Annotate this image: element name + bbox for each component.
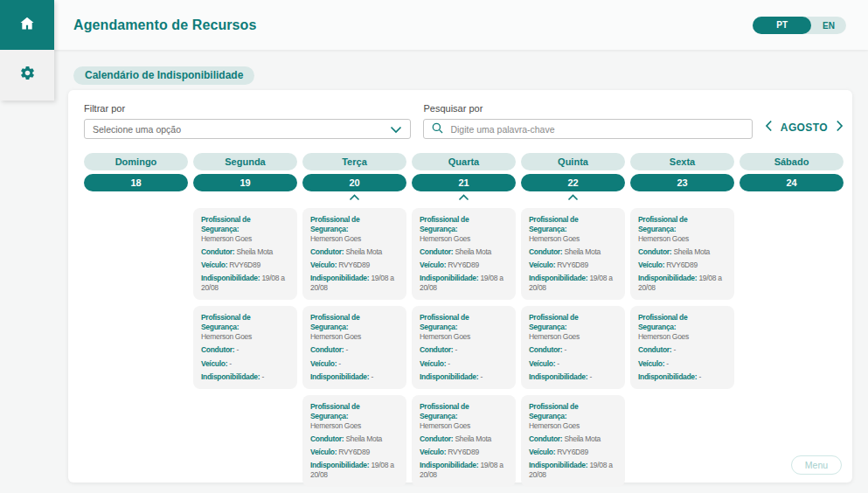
schedule-card[interactable]: Profissional de Segurança:Hemerson GoesC… bbox=[193, 208, 297, 300]
card-field-value: RVY6D89 bbox=[337, 260, 370, 269]
card-field: Profissional de Segurança:Hemerson Goes bbox=[420, 402, 508, 431]
card-field-label: Indisponibilidade: bbox=[310, 274, 369, 282]
schedule-card[interactable]: Profissional de Segurança:Hemerson GoesC… bbox=[412, 395, 516, 487]
card-field: Profissional de Segurança:Hemerson Goes bbox=[529, 313, 617, 342]
day-header-pill[interactable]: Quarta bbox=[412, 153, 516, 170]
card-field-label: Condutor: bbox=[638, 345, 671, 354]
date-pill[interactable]: 19 bbox=[193, 174, 297, 191]
card-field-value: Sheila Mota bbox=[453, 247, 491, 256]
card-field-value: Sheila Mota bbox=[562, 247, 601, 256]
filter-row: Filtrar por Selecione uma opção Pesquisa… bbox=[84, 103, 844, 139]
card-field: Condutor: Sheila Mota bbox=[420, 247, 508, 257]
schedule-card[interactable]: Profissional de Segurança:Hemerson GoesC… bbox=[521, 306, 625, 388]
card-field-value: - bbox=[234, 345, 239, 354]
calendar-column-segunda: Segunda19Profissional de Segurança:Hemer… bbox=[193, 153, 297, 493]
card-field-value: Hemerson Goes bbox=[420, 421, 508, 431]
card-field-value: - bbox=[478, 372, 483, 381]
card-field: Veículo: RVY6D89 bbox=[310, 448, 399, 457]
card-field-label: Profissional de Segurança: bbox=[310, 402, 359, 420]
card-field-label: Condutor: bbox=[310, 345, 344, 354]
card-field: Condutor: Sheila Mota bbox=[529, 247, 617, 257]
card-field-value: RVY6D89 bbox=[555, 260, 588, 269]
card-field-label: Indisponibilidade: bbox=[420, 274, 478, 282]
card-field-value: Sheila Mota bbox=[344, 434, 382, 443]
scroll-up-control[interactable] bbox=[521, 193, 625, 205]
card-field: Condutor: - bbox=[201, 345, 289, 355]
card-field: Profissional de Segurança:Hemerson Goes bbox=[310, 313, 399, 342]
schedule-card[interactable]: Profissional de Segurança:Hemerson GoesC… bbox=[521, 395, 625, 487]
scroll-up-control[interactable] bbox=[412, 193, 516, 205]
schedule-card[interactable]: Profissional de Segurança:Hemerson GoesC… bbox=[521, 208, 625, 300]
day-header-pill[interactable]: Sexta bbox=[630, 153, 734, 170]
card-field: Veículo: RVY6D89 bbox=[420, 260, 508, 270]
card-field: Indisponibilidade: 19/08 a 20/08 bbox=[420, 461, 508, 480]
card-field-label: Condutor: bbox=[310, 434, 344, 443]
language-option-pt[interactable]: PT bbox=[753, 17, 811, 34]
cards-list: Profissional de Segurança:Hemerson GoesC… bbox=[521, 208, 625, 493]
schedule-card[interactable]: Profissional de Segurança:Hemerson GoesC… bbox=[630, 208, 734, 300]
card-field-value: Hemerson Goes bbox=[638, 332, 726, 342]
card-field-value: Hemerson Goes bbox=[201, 332, 289, 342]
calendar-grid: Domingo18Segunda19Profissional de Segura… bbox=[84, 153, 844, 493]
date-pill[interactable]: 18 bbox=[84, 174, 188, 191]
card-field-label: Profissional de Segurança: bbox=[529, 215, 578, 233]
schedule-card[interactable]: Profissional de Segurança:Hemerson GoesC… bbox=[193, 306, 297, 388]
date-pill[interactable]: 23 bbox=[630, 174, 734, 191]
search-input[interactable] bbox=[450, 124, 743, 135]
card-field: Profissional de Segurança:Hemerson Goes bbox=[420, 313, 508, 342]
language-option-en[interactable]: EN bbox=[811, 21, 846, 31]
card-field-label: Condutor: bbox=[201, 345, 234, 354]
card-field: Profissional de Segurança:Hemerson Goes bbox=[638, 215, 726, 244]
day-header-pill[interactable]: Segunda bbox=[193, 153, 297, 170]
card-field: Indisponibilidade: - bbox=[310, 372, 399, 382]
app-root: { "app": { "title": "Agendamento de Recu… bbox=[0, 0, 868, 493]
sidebar-item-home[interactable] bbox=[0, 0, 54, 50]
schedule-card[interactable]: Profissional de Segurança:Hemerson GoesC… bbox=[302, 306, 406, 388]
card-field: Profissional de Segurança:Hemerson Goes bbox=[201, 313, 289, 342]
card-field-label: Veículo: bbox=[201, 260, 227, 269]
previous-month-button[interactable] bbox=[765, 120, 773, 135]
date-pill[interactable]: 24 bbox=[740, 174, 844, 191]
calendar-column-sábado: Sábado24 bbox=[740, 153, 844, 493]
card-field-label: Indisponibilidade: bbox=[529, 274, 587, 282]
card-field-label: Indisponibilidade: bbox=[638, 372, 697, 381]
card-field-label: Profissional de Segurança: bbox=[310, 313, 359, 331]
card-field-label: Indisponibilidade: bbox=[529, 372, 587, 381]
menu-button[interactable]: Menu bbox=[791, 455, 842, 475]
schedule-card[interactable]: Profissional de Segurança:Hemerson GoesC… bbox=[630, 306, 734, 388]
card-field-label: Condutor: bbox=[529, 345, 562, 354]
card-field-label: Veículo: bbox=[529, 260, 555, 269]
next-month-button[interactable] bbox=[836, 120, 844, 135]
schedule-card[interactable]: Profissional de Segurança:Hemerson GoesC… bbox=[302, 208, 406, 300]
day-header-pill[interactable]: Quinta bbox=[521, 153, 625, 170]
filter-select[interactable]: Selecione uma opção bbox=[84, 119, 411, 139]
calendar-column-domingo: Domingo18 bbox=[84, 153, 188, 493]
chevron-left-icon bbox=[765, 120, 773, 135]
card-field-label: Veículo: bbox=[201, 359, 227, 368]
card-field-value: RVY6D89 bbox=[446, 260, 479, 269]
card-field-value: - bbox=[697, 372, 701, 381]
card-field-value: Sheila Mota bbox=[234, 247, 273, 256]
sidebar-item-settings[interactable] bbox=[0, 50, 54, 99]
card-field: Condutor: Sheila Mota bbox=[420, 434, 508, 444]
schedule-card[interactable]: Profissional de Segurança:Hemerson GoesC… bbox=[412, 306, 516, 388]
card-field: Indisponibilidade: 19/08 a 20/08 bbox=[529, 274, 617, 293]
day-header-pill[interactable]: Domingo bbox=[84, 153, 188, 170]
scroll-up-control[interactable] bbox=[302, 193, 406, 205]
card-field: Profissional de Segurança:Hemerson Goes bbox=[529, 402, 617, 431]
card-field: Indisponibilidade: 19/08 a 20/08 bbox=[310, 461, 399, 480]
schedule-card[interactable]: Profissional de Segurança:Hemerson GoesC… bbox=[302, 395, 406, 487]
card-field-value: Hemerson Goes bbox=[310, 234, 399, 244]
card-field-value: RVY6D89 bbox=[664, 260, 698, 269]
search-box bbox=[423, 119, 752, 139]
card-field-label: Veículo: bbox=[420, 448, 446, 456]
schedule-card[interactable]: Profissional de Segurança:Hemerson GoesC… bbox=[412, 208, 516, 300]
card-field: Profissional de Segurança:Hemerson Goes bbox=[420, 215, 508, 244]
card-field-value: - bbox=[227, 359, 232, 368]
card-field-label: Profissional de Segurança: bbox=[310, 215, 359, 233]
day-header-pill[interactable]: Terça bbox=[302, 153, 406, 170]
card-field: Condutor: - bbox=[310, 345, 399, 355]
day-header-pill[interactable]: Sábado bbox=[740, 153, 844, 170]
card-field-value: - bbox=[260, 372, 264, 381]
card-field-label: Profissional de Segurança: bbox=[420, 215, 469, 233]
